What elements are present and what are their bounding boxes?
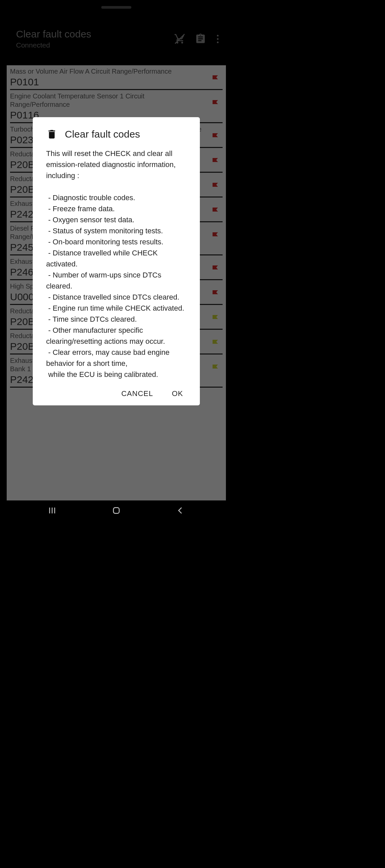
clear-fault-dialog: Clear fault codes This will reset the CH… <box>33 117 200 405</box>
svg-rect-4 <box>113 507 119 513</box>
ok-button[interactable]: OK <box>172 389 183 398</box>
dialog-title: Clear fault codes <box>65 128 140 140</box>
back-button[interactable] <box>175 506 186 515</box>
trash-icon <box>46 128 58 141</box>
dialog-body: This will reset the CHECK and clear all … <box>46 148 186 380</box>
recents-button[interactable] <box>46 506 58 515</box>
cancel-button[interactable]: CANCEL <box>121 389 153 398</box>
phone-speaker <box>101 6 131 9</box>
home-button[interactable] <box>111 506 122 515</box>
android-nav-bar <box>0 500 233 521</box>
